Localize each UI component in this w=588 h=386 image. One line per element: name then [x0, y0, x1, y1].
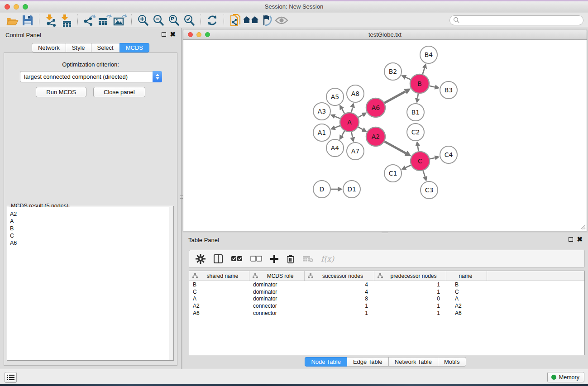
memory-button[interactable]: Memory: [547, 372, 584, 382]
gear-button[interactable]: [196, 254, 206, 264]
export-network-button[interactable]: [81, 14, 97, 27]
float-panel-icon[interactable]: [162, 32, 166, 37]
tab-network-table[interactable]: Network Table: [388, 357, 438, 367]
zoom-selected-button[interactable]: [182, 14, 197, 27]
close-panel-button[interactable]: Close panel: [93, 87, 145, 97]
function-builder-button[interactable]: f(x): [321, 254, 334, 263]
tab-node-table[interactable]: Node Table: [305, 357, 347, 367]
column-header-predecessor-nodes[interactable]: predecessor nodes: [374, 271, 446, 281]
table-row[interactable]: A2connector11A2: [189, 302, 584, 310]
tab-select[interactable]: Select: [91, 43, 120, 52]
import-network-button[interactable]: [43, 14, 58, 27]
edge-A-A8[interactable]: [351, 107, 352, 112]
result-item[interactable]: B: [8, 225, 169, 232]
search-field[interactable]: [449, 15, 583, 25]
delete-column-button[interactable]: [287, 254, 295, 264]
node-label-A7: A7: [351, 148, 359, 155]
edge-A-A7[interactable]: [351, 132, 352, 138]
zoom-out-button[interactable]: [151, 14, 166, 27]
table-cell: dominator: [249, 289, 305, 295]
result-scrollbar[interactable]: [169, 207, 173, 360]
graphics-details-button[interactable]: [258, 14, 274, 27]
eye-button[interactable]: [274, 14, 289, 27]
edge-A-A5[interactable]: [342, 109, 344, 114]
node-label-D1: D1: [347, 186, 356, 193]
export-image-button[interactable]: [112, 14, 128, 27]
table-cell: 1: [305, 303, 374, 309]
edge-B-B1[interactable]: [417, 94, 418, 99]
tab-edge-table[interactable]: Edge Table: [347, 357, 389, 367]
toolbar-separator: [201, 14, 201, 26]
refresh-button[interactable]: [205, 14, 220, 27]
network-canvas[interactable]: AA1A2A3A4A5A6A7A8BB1B2B3B4CC1C2C3C4DD1: [183, 40, 587, 231]
save-session-button[interactable]: [20, 14, 35, 27]
select-all-button[interactable]: [231, 255, 243, 262]
table-cell: C: [189, 289, 249, 295]
edge-C-C1[interactable]: [406, 165, 411, 167]
column-header-successor-nodes[interactable]: successor nodes: [305, 271, 374, 281]
add-column-button[interactable]: [270, 254, 279, 263]
dropdown-value: largest connected component (directed): [20, 73, 153, 80]
tab-network[interactable]: Network: [32, 43, 66, 52]
control-panel-title: Control Panel: [5, 32, 41, 38]
edge-A-A3[interactable]: [335, 116, 340, 119]
zoom-fit-button[interactable]: [166, 14, 182, 27]
column-header-shared-name[interactable]: shared name: [189, 271, 249, 281]
column-view-button[interactable]: [213, 254, 223, 264]
open-session-button[interactable]: [5, 14, 20, 27]
edge-B-B3[interactable]: [430, 86, 435, 87]
edge-A-A2[interactable]: [358, 127, 363, 130]
shared-column-icon: [308, 273, 313, 278]
toolbar-separator: [39, 14, 39, 26]
tab-mcds[interactable]: MCDS: [120, 43, 149, 52]
network-from-selection-icon: [229, 14, 242, 27]
tab-style[interactable]: Style: [66, 43, 91, 52]
network-from-selection-button[interactable]: [228, 14, 243, 27]
task-history-button[interactable]: [5, 372, 17, 383]
result-item[interactable]: C: [8, 232, 169, 239]
table-row[interactable]: Adominator80A: [189, 295, 584, 303]
import-table-button[interactable]: [58, 14, 74, 27]
table-panel: Table Panel ✖: [183, 233, 588, 369]
control-tabs: NetworkStyleSelectMCDS: [0, 43, 181, 52]
close-panel-icon[interactable]: ✖: [170, 32, 176, 37]
edge-A-A4[interactable]: [342, 131, 344, 136]
session-home-button[interactable]: [243, 14, 258, 27]
memory-status-icon: [551, 375, 556, 380]
tab-motifs[interactable]: Motifs: [438, 357, 466, 367]
column-header-name[interactable]: name: [446, 271, 487, 281]
edge-B-B4[interactable]: [423, 68, 425, 74]
edge-C-C3[interactable]: [423, 171, 425, 176]
edge-A2-C[interactable]: [384, 142, 406, 153]
column-header-MCDS-role[interactable]: MCDS role: [249, 271, 305, 281]
table-row[interactable]: Cdominator41C: [189, 288, 584, 295]
export-image-icon: [113, 14, 127, 27]
edge-C-C2[interactable]: [418, 146, 419, 152]
float-table-panel-icon[interactable]: [569, 237, 573, 242]
window-resize-grip[interactable]: [580, 224, 586, 229]
delete-table-button[interactable]: [302, 255, 313, 262]
zoom-in-button[interactable]: [135, 14, 151, 27]
task-list-icon: [7, 374, 14, 381]
table-cell: dominator: [249, 281, 305, 288]
table-row[interactable]: A6connector11A6: [189, 310, 584, 317]
edge-A-A1[interactable]: [335, 126, 340, 128]
close-table-panel-icon[interactable]: ✖: [577, 237, 583, 242]
toolbar-separator: [224, 14, 224, 26]
edge-A-A6[interactable]: [358, 115, 363, 118]
edge-A6-B[interactable]: [384, 91, 405, 103]
vertical-divider-grip[interactable]: [180, 192, 183, 201]
deselect-all-button[interactable]: [250, 255, 262, 262]
mcds-panel: Optimization criterion: largest connecte…: [4, 52, 177, 366]
export-table-button[interactable]: [97, 14, 112, 27]
edge-B-B2[interactable]: [406, 77, 411, 80]
result-item[interactable]: A6: [8, 239, 169, 247]
search-input[interactable]: [460, 16, 583, 24]
table-toolbar: f(x): [189, 250, 585, 268]
result-item[interactable]: A2: [8, 210, 169, 218]
run-mcds-button[interactable]: Run MCDS: [36, 87, 86, 97]
table-row[interactable]: Bdominator41B: [189, 281, 584, 288]
optimization-dropdown[interactable]: largest connected component (directed): [20, 71, 162, 82]
result-item[interactable]: A: [8, 218, 169, 225]
edge-C-C4[interactable]: [430, 158, 435, 159]
